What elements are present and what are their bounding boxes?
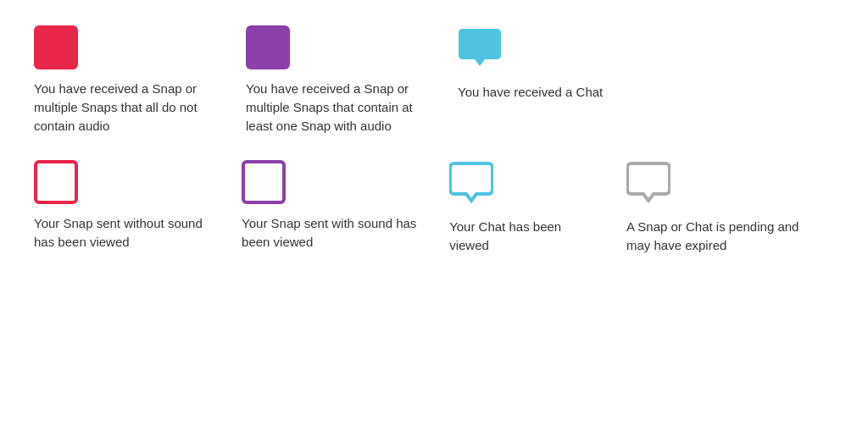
blue-chat-bubble-outline-icon	[449, 160, 493, 207]
red-square-icon	[34, 25, 78, 69]
snap-no-sound-viewed-item: Your Snap sent without sound has been vi…	[34, 160, 242, 255]
snap-no-sound-viewed-description: Your Snap sent without sound has been vi…	[34, 214, 216, 252]
purple-square-outline-icon	[242, 160, 286, 204]
snap-chat-pending-item: A Snap or Chat is pending and may have e…	[626, 160, 834, 255]
gray-chat-bubble-outline-icon	[626, 160, 670, 207]
snap-with-audio-description: You have received a Snap or multiple Sna…	[246, 80, 432, 135]
snap-no-audio-item: You have received a Snap or multiple Sna…	[34, 25, 246, 135]
chat-received-item: You have received a Chat	[458, 25, 628, 135]
red-square-outline-icon	[34, 160, 78, 204]
purple-square-icon	[246, 25, 290, 69]
chat-viewed-description: Your Chat has been viewed	[449, 218, 601, 255]
chat-viewed-item: Your Chat has been viewed	[449, 160, 626, 255]
snap-chat-pending-description: A Snap or Chat is pending and may have e…	[626, 218, 809, 255]
chat-received-description: You have received a Chat	[458, 83, 603, 102]
top-row: You have received a Snap or multiple Sna…	[34, 25, 834, 135]
snap-with-audio-item: You have received a Snap or multiple Sna…	[246, 25, 458, 135]
snap-with-sound-viewed-description: Your Snap sent with sound has been viewe…	[242, 214, 424, 252]
blue-chat-bubble-filled-icon	[458, 25, 502, 73]
snap-with-sound-viewed-item: Your Snap sent with sound has been viewe…	[242, 160, 449, 255]
snap-no-audio-description: You have received a Snap or multiple Sna…	[34, 80, 220, 135]
bottom-row: Your Snap sent without sound has been vi…	[34, 160, 834, 255]
